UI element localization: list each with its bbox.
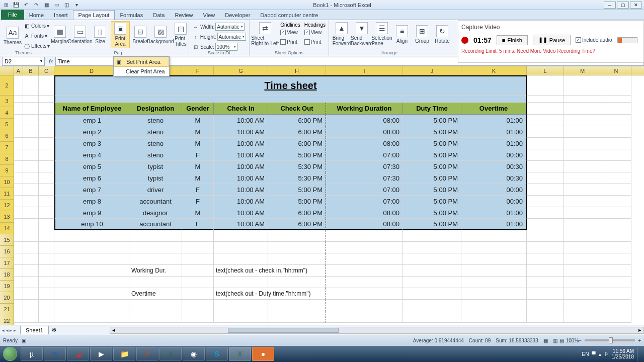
cell[interactable] [39, 265, 54, 277]
cell[interactable] [39, 277, 54, 288]
cell[interactable] [527, 96, 564, 103]
cell[interactable]: 5:30 PM [268, 172, 326, 184]
cell[interactable] [54, 253, 129, 265]
tray-up-icon[interactable]: ▴ [599, 351, 601, 357]
maximize-button[interactable]: ▢ [617, 2, 629, 9]
cell[interactable] [527, 172, 564, 184]
zoom-out-button[interactable]: − [579, 338, 582, 343]
rotate-button[interactable]: ↻Rotate [433, 24, 452, 45]
cell[interactable] [564, 149, 601, 161]
undo-icon[interactable]: ↶ [22, 1, 30, 9]
cell[interactable] [23, 277, 39, 288]
row-16[interactable]: 16 [0, 246, 14, 257]
cell[interactable]: Working Duration [326, 103, 403, 115]
cell[interactable] [23, 219, 39, 230]
cell[interactable] [23, 265, 39, 277]
view-break-icon[interactable]: ▤ [559, 338, 564, 343]
cell[interactable] [326, 311, 403, 323]
cell[interactable] [564, 265, 601, 277]
cell[interactable] [39, 149, 54, 161]
tab-home[interactable]: Home [24, 11, 49, 20]
cell[interactable] [182, 253, 214, 265]
cell[interactable]: steno [129, 138, 182, 149]
tab-data[interactable]: Data [148, 11, 170, 20]
cell[interactable]: 5:00 PM [403, 207, 461, 219]
col-L[interactable]: L [527, 66, 564, 75]
cell[interactable]: F [182, 184, 214, 196]
cell[interactable]: 00:30 [461, 161, 527, 172]
cell[interactable] [461, 242, 527, 253]
cell[interactable] [14, 172, 23, 184]
cell[interactable] [23, 207, 39, 219]
title-cell[interactable]: Time sheet [54, 75, 527, 96]
col-J[interactable]: J [403, 66, 461, 75]
cell[interactable] [564, 161, 601, 172]
cell[interactable] [601, 149, 631, 161]
cell[interactable] [129, 277, 182, 288]
cell[interactable] [39, 96, 54, 103]
print-area-button[interactable]: ▣Print Area [111, 21, 130, 48]
cell[interactable] [268, 242, 326, 253]
cell[interactable] [39, 230, 54, 242]
tray-flag-icon[interactable]: ▀ [592, 351, 595, 357]
cell[interactable] [601, 161, 631, 172]
cell[interactable] [39, 172, 54, 184]
cell[interactable]: F [182, 149, 214, 161]
colors-button[interactable]: ◧Colors ▾ [23, 21, 50, 30]
row-6[interactable]: 6 [0, 130, 14, 142]
cell[interactable] [601, 242, 631, 253]
cell[interactable]: 08:00 [326, 138, 403, 149]
cell[interactable]: Overtime [461, 103, 527, 115]
cell[interactable] [14, 253, 23, 265]
cell[interactable] [461, 277, 527, 288]
pause-button[interactable]: ❚❚Pause [533, 35, 571, 45]
cell[interactable] [23, 75, 39, 96]
cell[interactable] [601, 96, 631, 103]
row-17[interactable]: 17 [0, 257, 14, 269]
clear-print-area-item[interactable]: Clear Print Area [114, 67, 169, 76]
cell[interactable] [23, 138, 39, 149]
row-3[interactable]: 3 [0, 96, 14, 107]
cell[interactable] [14, 288, 23, 300]
cell[interactable] [182, 242, 214, 253]
cell[interactable] [39, 242, 54, 253]
cell[interactable] [527, 230, 564, 242]
cell[interactable]: emp 5 [54, 161, 129, 172]
cell[interactable]: 10:00 AM [214, 219, 268, 230]
cell[interactable] [14, 311, 23, 323]
size-button[interactable]: ▯Size [91, 25, 110, 45]
cell[interactable] [564, 138, 601, 149]
cell[interactable] [39, 103, 54, 115]
tab-developer[interactable]: Developer [220, 11, 255, 20]
cell[interactable] [403, 230, 461, 242]
row-15[interactable]: 15 [0, 234, 14, 246]
cell[interactable]: 5:00 PM [403, 161, 461, 172]
cell[interactable] [23, 96, 39, 103]
cell[interactable]: emp 2 [54, 126, 129, 138]
cell[interactable] [23, 300, 39, 311]
cell[interactable]: 01:00 [461, 219, 527, 230]
view-normal-icon[interactable]: ▦ [543, 338, 548, 343]
cell[interactable] [564, 96, 601, 103]
cell[interactable] [54, 265, 129, 277]
cell[interactable] [14, 115, 23, 126]
cell[interactable] [527, 242, 564, 253]
cell[interactable] [182, 230, 214, 242]
cell[interactable] [326, 230, 403, 242]
gridlines-view-check[interactable]: ✓ View [280, 28, 300, 37]
row-10[interactable]: 10 [0, 176, 14, 188]
cell[interactable] [23, 253, 39, 265]
cell[interactable] [39, 161, 54, 172]
cell[interactable]: M [182, 138, 214, 149]
cell[interactable] [39, 300, 54, 311]
cell[interactable] [14, 196, 23, 207]
row-12[interactable]: 12 [0, 200, 14, 211]
cell[interactable]: designor [129, 207, 182, 219]
cell[interactable] [214, 253, 268, 265]
cell[interactable] [214, 300, 268, 311]
cell[interactable] [14, 138, 23, 149]
cell[interactable]: 07:30 [326, 161, 403, 172]
cell[interactable] [23, 126, 39, 138]
cell[interactable]: Check In [214, 103, 268, 115]
qat-dropdown-icon[interactable]: ▾ [72, 1, 80, 9]
